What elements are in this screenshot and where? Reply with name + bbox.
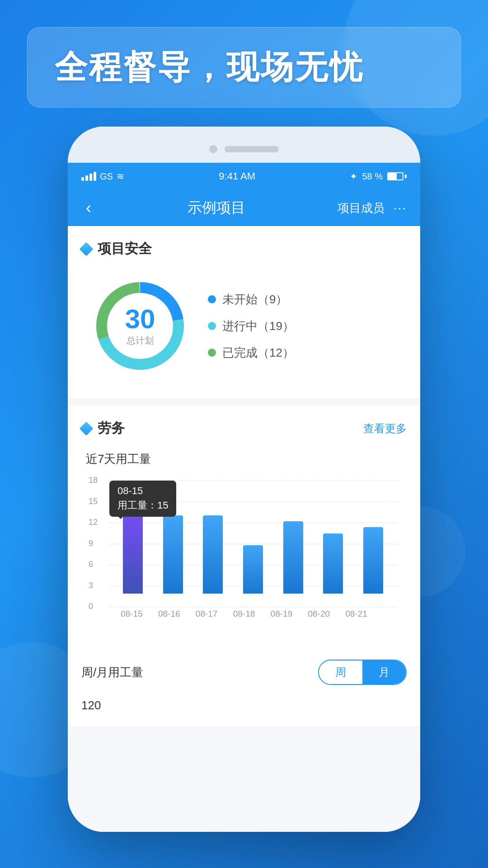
period-week-button[interactable]: 周 — [319, 660, 362, 684]
chart-title: 近7天用工量 — [81, 451, 407, 467]
signal-icon — [81, 172, 96, 181]
legend-in-progress: 进行中（19） — [208, 318, 294, 334]
bluetooth-icon: ✦ — [350, 171, 357, 182]
bar-fill-0817 — [203, 515, 223, 594]
bar-0819[interactable] — [273, 521, 313, 594]
labor-title: 劳务 — [98, 419, 125, 438]
bar-fill-0820 — [323, 533, 343, 594]
bar-0821[interactable] — [353, 527, 393, 594]
period-month-button[interactable]: 月 — [362, 660, 406, 684]
legend-label-completed: 已完成（12） — [222, 345, 294, 361]
x-label-0821: 08-21 — [338, 609, 375, 619]
phone-camera — [209, 145, 217, 153]
x-label-0819: 08-19 — [263, 609, 300, 619]
project-safety-title: 项目安全 — [98, 240, 152, 258]
phone-mockup: GS ≋ 9:41 AM ✦ 58 % ‹ 示例项目 项目成员 ·· — [68, 127, 420, 832]
project-safety-header: 项目安全 — [81, 240, 407, 258]
x-axis-labels: 08-15 08-16 08-17 08-18 08-19 08-20 08-2… — [90, 609, 398, 619]
labor-card: 劳务 查看更多 近7天用工量 18 15 12 9 6 3 — [68, 406, 420, 651]
labor-header: 劳务 查看更多 — [81, 419, 407, 438]
bar-0817[interactable] — [193, 515, 233, 594]
battery-pct: 58 % — [362, 171, 383, 182]
bar-0818[interactable] — [233, 545, 273, 594]
section-divider-1 — [68, 398, 420, 406]
diamond-icon-safety — [79, 242, 93, 256]
back-button[interactable]: ‹ — [81, 194, 96, 222]
nav-title: 示例项目 — [96, 198, 338, 218]
period-label: 周/月用工量 — [81, 665, 318, 680]
see-more-link[interactable]: 查看更多 — [363, 421, 407, 436]
sub-value: 120 — [68, 694, 420, 726]
status-time: 9:41 AM — [124, 170, 350, 182]
project-members-button[interactable]: 项目成员 — [338, 200, 385, 216]
status-bar: GS ≋ 9:41 AM ✦ 58 % — [68, 163, 420, 190]
period-toggle: 周 月 — [318, 660, 407, 685]
phone-body: GS ≋ 9:41 AM ✦ 58 % ‹ 示例项目 项目成员 ·· — [68, 127, 420, 832]
bar-0816[interactable] — [153, 515, 193, 594]
safety-chart-section: 30 总计划 未开始（9） 进行中（19） — [81, 272, 407, 385]
legend-label-not-started: 未开始（9） — [222, 292, 287, 307]
donut-total: 30 — [125, 306, 155, 333]
legend-label-in-progress: 进行中（19） — [222, 318, 294, 334]
diamond-icon-labor — [79, 421, 93, 435]
phone-speaker — [225, 146, 279, 152]
bar-fill-0821 — [363, 527, 383, 594]
bar-0815[interactable] — [113, 503, 153, 594]
bar-fill-0815 — [123, 503, 143, 594]
legend-dot-in-progress — [208, 322, 216, 330]
bar-0820[interactable] — [313, 533, 353, 594]
phone-notch — [68, 127, 420, 163]
x-label-0817: 08-17 — [188, 609, 225, 619]
bar-fill-0816 — [163, 515, 183, 594]
header-banner: 全程督导，现场无忧 — [27, 27, 461, 108]
legend-dot-completed — [208, 349, 216, 357]
bars-area — [108, 481, 398, 594]
wifi-icon: ≋ — [117, 171, 124, 182]
x-label-0815: 08-15 — [113, 609, 150, 619]
status-left: GS ≋ — [81, 171, 124, 182]
nav-right-area: 项目成员 ··· — [338, 200, 407, 216]
legend-not-started: 未开始（9） — [208, 292, 294, 307]
safety-legend: 未开始（9） 进行中（19） 已完成（12） — [208, 292, 294, 361]
battery-icon — [387, 172, 407, 180]
donut-chart: 30 总计划 — [90, 276, 190, 376]
x-label-0820: 08-20 — [300, 609, 338, 619]
legend-dot-not-started — [208, 295, 216, 303]
more-button[interactable]: ··· — [394, 201, 407, 215]
donut-center: 30 总计划 — [125, 306, 155, 347]
header-title: 全程督导，现场无忧 — [55, 46, 433, 89]
bar-chart-container: 18 15 12 9 6 3 0 08-15 用工量：15 — [81, 476, 407, 637]
chart-grid: 18 15 12 9 6 3 0 08-15 用工量：15 — [90, 481, 398, 607]
x-label-0818: 08-18 — [225, 609, 263, 619]
status-right: ✦ 58 % — [350, 171, 407, 182]
x-label-0816: 08-16 — [150, 609, 188, 619]
legend-completed: 已完成（12） — [208, 345, 294, 361]
donut-label: 总计划 — [125, 335, 155, 347]
project-safety-card: 项目安全 — [68, 226, 420, 398]
nav-bar: ‹ 示例项目 项目成员 ··· — [68, 190, 420, 226]
carrier-label: GS — [100, 171, 113, 182]
screen-content: 项目安全 — [68, 226, 420, 832]
period-toggle-container: 周/月用工量 周 月 — [68, 651, 420, 694]
bar-fill-0819 — [283, 521, 303, 594]
bar-fill-0818 — [243, 545, 263, 594]
